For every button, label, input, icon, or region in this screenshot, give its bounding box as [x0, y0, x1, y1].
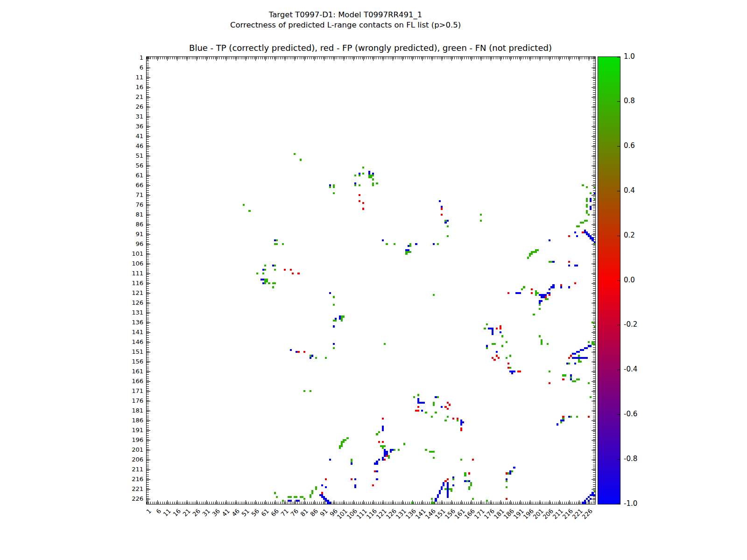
y-tick-label: 96	[125, 241, 143, 247]
colorbar-tick-mark	[617, 280, 620, 281]
contact-cell-fn	[310, 390, 311, 392]
contact-cell-tp	[513, 371, 515, 372]
contact-cell-fp	[325, 478, 327, 480]
contact-cell-fp	[372, 484, 374, 486]
colorbar-tick-label: 0.6	[624, 142, 652, 149]
colorbar-tick-mark	[617, 101, 620, 102]
contact-cell-fn	[256, 273, 258, 274]
y-tick-label: 116	[125, 280, 143, 286]
contact-cell-fn	[586, 186, 588, 188]
contact-cell-fn	[359, 175, 360, 176]
contact-cell-fp	[386, 455, 388, 457]
contact-cell-tp	[290, 500, 292, 502]
colorbar-tick-mark	[617, 414, 620, 415]
contact-cell-tp	[437, 496, 439, 498]
contact-cell-fn	[480, 220, 482, 222]
contact-cell-fp	[378, 441, 380, 443]
contact-cell-fn	[411, 502, 413, 504]
y-tick-label: 206	[125, 456, 143, 462]
y-tick-label: 106	[125, 260, 143, 266]
contact-cell-fn	[433, 451, 435, 453]
contact-cell-fn	[506, 341, 507, 343]
contact-cell-fn	[582, 222, 584, 224]
contact-cell-tp	[439, 492, 441, 494]
colorbar-tick-label: 1.0	[624, 53, 652, 60]
colorbar-tick-mark	[617, 57, 620, 57]
contact-cell-fn	[425, 412, 427, 413]
contact-cell-fp	[496, 328, 498, 329]
contact-cell-fn	[413, 396, 415, 398]
contact-cell-fp	[562, 378, 564, 380]
contact-cell-fn	[300, 159, 302, 161]
y-tick-label: 46	[125, 143, 143, 149]
contact-cell-fn	[333, 186, 335, 188]
contact-cell-tp	[590, 208, 592, 210]
contact-cell-fn	[405, 253, 407, 255]
contact-cell-fn	[315, 488, 317, 490]
contact-cell-fn	[335, 320, 337, 322]
colorbar-tick-label: -0.4	[624, 366, 652, 373]
contact-cell-fn	[590, 396, 592, 398]
contact-cell-fp	[468, 472, 470, 474]
contact-cell-fp	[507, 363, 509, 364]
contact-cell-fp	[531, 288, 533, 290]
contact-cell-fp	[297, 351, 299, 353]
contact-cell-fn	[452, 478, 454, 480]
y-tick-label: 201	[125, 447, 143, 453]
colorbar-tick-mark	[617, 325, 620, 325]
contact-cell-tp	[590, 345, 592, 347]
contact-cell-tp	[500, 331, 501, 333]
contact-cell-tp	[496, 351, 498, 353]
contact-cell-fn	[580, 361, 582, 363]
contact-cell-fn	[264, 265, 266, 266]
contact-map-plot	[146, 56, 596, 504]
right-axis-minor-ticks	[593, 57, 595, 504]
contact-cell-tp	[594, 192, 596, 194]
contact-cell-tp	[549, 288, 550, 290]
y-tick-label: 1	[125, 55, 143, 61]
contact-cell-fn	[582, 184, 584, 186]
contact-cell-fn	[576, 416, 578, 418]
contact-cell-fp	[549, 382, 550, 384]
y-tick-label: 61	[125, 172, 143, 178]
right-axis-major-ticks	[592, 57, 595, 504]
contact-cell-fn	[274, 269, 276, 271]
y-tick-label: 71	[125, 192, 143, 198]
contact-cell-fn	[586, 206, 588, 208]
y-tick-label: 126	[125, 300, 143, 306]
contact-cell-fn	[329, 186, 331, 188]
contact-cell-tp	[452, 484, 454, 486]
contact-cell-tp	[433, 243, 435, 245]
y-tick-label: 76	[125, 202, 143, 208]
contact-cell-fn	[343, 315, 345, 317]
colorbar-tick-label: -0.8	[624, 455, 652, 462]
y-tick-label: 41	[125, 133, 143, 139]
contact-cell-fn	[588, 341, 590, 343]
contact-cell-fn	[433, 404, 435, 406]
y-tick-label: 131	[125, 309, 143, 315]
contact-cell-fn	[409, 245, 411, 247]
contact-cell-tp	[441, 488, 443, 490]
contact-cell-tp	[439, 200, 441, 202]
contact-cell-fp	[472, 459, 474, 461]
contact-cell-tp	[574, 353, 576, 355]
contact-cell-tp	[549, 239, 550, 241]
y-tick-label: 226	[125, 496, 143, 502]
contact-cell-fn	[578, 225, 580, 227]
contact-cell-fn	[359, 184, 360, 186]
contact-cell-fp	[382, 418, 384, 420]
contact-cell-tp	[590, 206, 592, 208]
contact-cell-fp	[362, 208, 364, 210]
contact-cell-tp	[582, 349, 584, 351]
contact-cell-fn	[362, 167, 364, 168]
contact-cell-fp	[452, 418, 454, 420]
contact-cell-tp	[423, 402, 425, 404]
y-tick-label: 31	[125, 113, 143, 119]
contact-cell-tp	[568, 286, 570, 288]
contact-cell-fn	[594, 343, 596, 345]
contact-cell-fn	[539, 308, 541, 310]
contact-cell-tp	[590, 200, 592, 202]
contact-cell-fn	[549, 371, 550, 372]
contact-cell-fn	[506, 480, 507, 482]
contact-cell-fn	[531, 253, 533, 255]
